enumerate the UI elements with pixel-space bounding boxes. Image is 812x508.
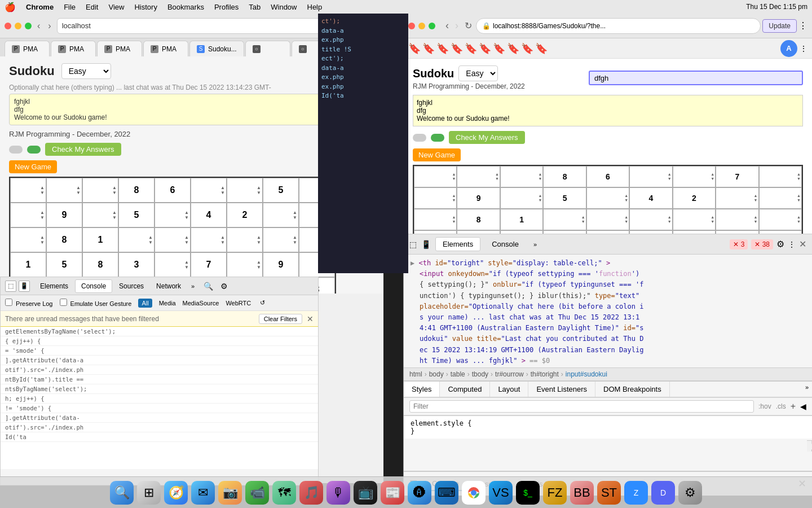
filter-media-btn[interactable]: Media	[159, 300, 176, 306]
tab-6[interactable]: ○	[245, 41, 290, 56]
preserve-log-checkbox[interactable]	[5, 299, 12, 306]
dock-music[interactable]: 🎵	[299, 481, 323, 505]
cell-2-4[interactable]: ▲▼	[155, 227, 191, 252]
right-more-button[interactable]: ⋮	[798, 20, 807, 31]
right-chat-input[interactable]	[589, 71, 803, 85]
dock-mail[interactable]: ✉	[191, 481, 215, 505]
dock-filezilla[interactable]: FZ	[543, 481, 567, 505]
cell-3-6[interactable]: ▲▼	[227, 252, 263, 277]
cell-1-2[interactable]: ▲▼	[82, 203, 118, 227]
tab-pma-2[interactable]: P PMA	[51, 41, 96, 56]
style-tab-styles[interactable]: Styles	[404, 382, 440, 397]
cell-2-7[interactable]: ▲▼	[263, 227, 299, 252]
close-button[interactable]	[5, 23, 11, 29]
difficulty-select[interactable]: Easy Medium Hard	[61, 63, 111, 79]
cls-label[interactable]: .cls	[776, 402, 786, 410]
cell-0-5[interactable]: ▲▼	[191, 178, 227, 203]
rc-1-0[interactable]: ▲▼	[414, 187, 457, 209]
dt-more-tabs[interactable]: »	[188, 281, 198, 292]
dock-tv[interactable]: 📺	[354, 481, 377, 505]
rc-2-0[interactable]: ▲▼	[414, 209, 457, 230]
toggle-2[interactable]	[27, 146, 41, 154]
filter-msg-close[interactable]: ✕	[307, 314, 314, 323]
bookmark-icon-5[interactable]: 🔖	[465, 42, 477, 55]
minimize-button[interactable]	[15, 23, 21, 29]
right-new-game-button[interactable]: New Game	[413, 148, 461, 161]
right-url-bar[interactable]: 🔒 localhost:8888/Games/Sudoku/?the...	[476, 18, 761, 34]
inspector-device-btn[interactable]: 📱	[421, 240, 431, 249]
rc-2-8[interactable]: ▲▼	[759, 209, 802, 230]
emulate-gesture-label[interactable]: Emulate User Gesture	[60, 299, 132, 307]
rc-3-4[interactable]: ▲▼	[586, 230, 629, 234]
inspector-element-btn[interactable]: ⬚	[409, 240, 417, 249]
rc-0-5[interactable]: ▲▼	[629, 166, 672, 187]
update-button[interactable]: Update	[762, 19, 797, 33]
check-answers-button[interactable]: Check My Answers	[45, 143, 121, 156]
menu-profiles[interactable]: Profiles	[214, 3, 239, 11]
cell-3-4[interactable]: ▲▼	[155, 252, 191, 277]
dt-refresh-btn[interactable]: ↺	[260, 299, 265, 306]
right-back-button[interactable]: ‹	[443, 20, 451, 32]
bc-input[interactable]: input#sudokui	[566, 370, 607, 378]
dt-tab-elements[interactable]: Elements	[34, 280, 74, 292]
rc-0-1[interactable]: ▲▼	[457, 166, 500, 187]
user-avatar[interactable]: A	[780, 40, 797, 57]
style-tab-dom-breakpoints[interactable]: DOM Breakpoints	[595, 382, 670, 397]
dt-tab-network[interactable]: Network	[151, 280, 187, 292]
bookmark-icon-10[interactable]: 🔖	[535, 42, 548, 55]
bookmark-icon-6[interactable]: 🔖	[479, 42, 491, 55]
rc-2-4[interactable]: ▲▼	[586, 209, 629, 230]
bc-body[interactable]: body	[429, 370, 444, 378]
tab-pma-1[interactable]: P PMA	[5, 41, 50, 56]
rc-2-3[interactable]: ▲▼	[543, 209, 586, 230]
cell-2-5[interactable]: ▲▼	[191, 227, 227, 252]
dock-maps[interactable]: 🗺	[272, 481, 296, 505]
dock-zoom[interactable]: Z	[624, 481, 648, 505]
dt-tab-console[interactable]: Console	[75, 279, 112, 293]
bc-html[interactable]: html	[409, 370, 422, 378]
right-difficulty-select[interactable]: Easy	[458, 65, 498, 81]
preserve-log-label[interactable]: Preserve Log	[5, 299, 53, 307]
bookmark-icon-2[interactable]: 🔖	[422, 42, 435, 55]
menu-view[interactable]: View	[108, 3, 124, 11]
style-tab-more[interactable]: »	[802, 382, 812, 397]
left-url-bar[interactable]: localhost	[57, 18, 351, 34]
rc-3-6[interactable]: ▲▼	[673, 230, 716, 234]
bookmark-icon-1[interactable]: 🔖	[408, 42, 421, 55]
right-maximize-button[interactable]	[429, 23, 435, 29]
right-check-answers-button[interactable]: Check My Answers	[449, 131, 525, 144]
tab-pma-3[interactable]: P PMA	[97, 41, 142, 56]
dock-finder[interactable]: 🔍	[110, 481, 134, 505]
menu-tab[interactable]: Tab	[249, 3, 261, 11]
style-tab-computed[interactable]: Computed	[440, 382, 490, 397]
dock-vscode[interactable]: VS	[489, 481, 513, 505]
right-more-btn[interactable]: ⋮	[800, 44, 807, 53]
toggle-1[interactable]	[9, 146, 23, 154]
menu-history[interactable]: History	[134, 3, 157, 11]
rc-1-8[interactable]: ▲▼	[759, 187, 802, 209]
rc-0-0[interactable]: ▲▼	[414, 166, 457, 187]
rc-1-7[interactable]: ▲▼	[716, 187, 758, 209]
cell-1-7[interactable]: ▲▼	[263, 203, 299, 227]
inspector-tab-elements[interactable]: Elements	[435, 237, 480, 251]
right-reload-button[interactable]: ↻	[462, 20, 474, 31]
filter-all-btn[interactable]: All	[138, 299, 152, 308]
add-rule-button[interactable]: +	[791, 401, 796, 411]
menu-help[interactable]: Help	[307, 3, 323, 11]
dock-system-prefs[interactable]: ⚙	[678, 481, 702, 505]
cell-0-1[interactable]: ▲▼	[46, 178, 82, 203]
cell-2-6[interactable]: ▲▼	[227, 227, 263, 252]
bc-th[interactable]: th#toright	[531, 370, 559, 378]
cell-2-0[interactable]: ▲▼	[10, 227, 46, 252]
bc-table[interactable]: table	[451, 370, 465, 378]
cell-2-3[interactable]: ▲▼	[118, 227, 155, 252]
dt-search-button[interactable]: 🔍	[202, 281, 214, 292]
menu-file[interactable]: File	[64, 3, 76, 11]
bc-tbody[interactable]: tbody	[472, 370, 488, 378]
right-toggle-2[interactable]	[431, 134, 444, 142]
tab-pma-4[interactable]: P PMA	[143, 41, 188, 56]
fold-styles-button[interactable]: ◀	[800, 402, 806, 411]
rc-0-8[interactable]: ▲▼	[759, 166, 802, 187]
rc-1-4[interactable]: ▲▼	[586, 187, 629, 209]
bookmark-icon-9[interactable]: 🔖	[521, 42, 533, 55]
